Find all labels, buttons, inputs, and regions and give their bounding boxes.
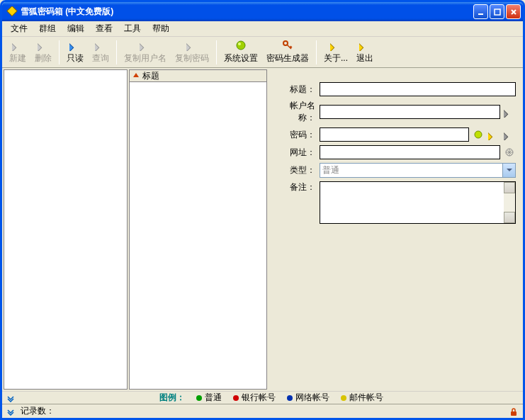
note-textarea[interactable]	[320, 181, 516, 224]
menu-edit[interactable]: 编辑	[62, 21, 90, 36]
sphere-icon	[235, 40, 247, 51]
open-url-button[interactable]	[503, 146, 516, 159]
url-label: 网址：	[274, 147, 320, 159]
menu-help[interactable]: 帮助	[147, 21, 175, 36]
diamond-icon	[186, 40, 198, 51]
menu-tools[interactable]: 工具	[118, 21, 147, 36]
menu-view[interactable]: 查看	[90, 21, 118, 36]
scroll-down-button[interactable]	[504, 212, 515, 223]
password-input[interactable]	[320, 127, 469, 142]
copy-user-button[interactable]: 复制用户名	[120, 38, 171, 66]
svg-rect-6	[95, 44, 99, 51]
svg-rect-16	[488, 133, 492, 140]
app-icon	[6, 6, 18, 18]
diamond-icon	[504, 106, 515, 118]
lock-icon	[509, 407, 519, 416]
copy-password-button[interactable]: 复制密码	[171, 38, 213, 66]
svg-rect-4	[38, 44, 42, 51]
diamond-icon	[504, 129, 515, 140]
svg-rect-0	[7, 6, 17, 16]
sort-icon	[132, 72, 140, 79]
separator	[216, 40, 217, 64]
generate-password-button[interactable]	[487, 128, 500, 141]
menubar: 文件 群组 编辑 查看 工具 帮助	[2, 21, 523, 37]
group-tree[interactable]	[4, 69, 128, 390]
svg-rect-17	[504, 133, 508, 140]
close-button[interactable]	[506, 4, 521, 19]
legend-item-network: 网络帐号	[287, 392, 329, 404]
compass-icon	[504, 147, 515, 158]
svg-point-10	[238, 42, 241, 45]
dot-icon	[341, 395, 346, 401]
column-title: 标题	[142, 70, 159, 82]
diamond-icon	[12, 40, 23, 51]
separator	[316, 40, 317, 64]
type-label: 类型：	[274, 164, 320, 176]
chevron-down-icon[interactable]	[6, 407, 15, 416]
about-button[interactable]: 关于...	[320, 38, 352, 66]
type-select[interactable]	[320, 163, 516, 178]
svg-rect-1	[478, 13, 483, 15]
window-title: 雪狐密码箱 (中文免费版)	[21, 6, 473, 18]
note-label: 备注：	[274, 181, 320, 193]
dot-icon	[196, 395, 202, 401]
svg-rect-5	[69, 44, 74, 51]
list-header[interactable]: 标题	[129, 69, 267, 82]
legend-bar: 图例： 普通 银行帐号 网络帐号 邮件帐号	[2, 391, 523, 404]
copy-account-button[interactable]	[503, 106, 516, 118]
diamond-icon	[140, 40, 151, 51]
scrollbar[interactable]	[504, 182, 515, 223]
separator	[59, 40, 60, 64]
scroll-up-button[interactable]	[504, 182, 515, 193]
title-label: 标题：	[274, 84, 320, 96]
diamond-icon	[38, 40, 49, 51]
svg-rect-2	[495, 9, 500, 15]
statusbar: 记录数：	[2, 404, 523, 418]
legend-item-bank: 银行帐号	[233, 392, 276, 404]
titlebar[interactable]: 雪狐密码箱 (中文免费版)	[2, 2, 523, 21]
svg-rect-14	[504, 110, 508, 118]
legend-item-mail: 邮件帐号	[341, 392, 383, 404]
url-input[interactable]	[320, 145, 500, 159]
diamond-icon	[330, 40, 341, 51]
separator	[116, 40, 117, 64]
svg-point-9	[237, 41, 245, 50]
account-input[interactable]	[320, 105, 500, 119]
exit-button[interactable]: 退出	[352, 38, 378, 66]
password-label: 密码：	[274, 129, 320, 141]
readonly-button[interactable]: 只读	[62, 38, 88, 66]
chevron-down-icon[interactable]	[6, 394, 15, 402]
svg-rect-19	[511, 412, 516, 416]
query-button[interactable]: 查询	[88, 38, 113, 66]
dot-icon	[233, 395, 239, 401]
account-label: 帐户名称：	[274, 100, 320, 124]
new-button[interactable]: 新建	[5, 38, 30, 66]
menu-file[interactable]: 文件	[5, 21, 33, 36]
diamond-icon	[95, 40, 106, 51]
svg-rect-13	[359, 44, 363, 51]
settings-button[interactable]: 系统设置	[220, 38, 262, 66]
key-icon	[282, 40, 293, 51]
diamond-icon	[359, 40, 371, 51]
record-count-label: 记录数：	[21, 405, 55, 417]
minimize-button[interactable]	[473, 4, 488, 19]
diamond-icon	[488, 129, 499, 140]
svg-point-15	[475, 131, 482, 138]
menu-group[interactable]: 群组	[33, 21, 62, 36]
legend-label: 图例：	[159, 392, 185, 404]
diamond-icon	[69, 40, 81, 51]
copy-password-button[interactable]	[503, 128, 516, 141]
sphere-icon	[473, 129, 484, 140]
svg-rect-3	[12, 44, 16, 51]
svg-rect-12	[330, 44, 334, 51]
legend-item-normal: 普通	[196, 392, 222, 404]
dot-icon	[287, 395, 293, 401]
maximize-button[interactable]	[490, 4, 504, 19]
password-generator-button[interactable]: 密码生成器	[262, 38, 313, 66]
title-input[interactable]	[320, 82, 516, 96]
detail-form: 标题： 帐户名称： 密码： 网址： 类型：	[269, 69, 521, 390]
svg-rect-7	[140, 44, 144, 51]
show-password-button[interactable]	[472, 128, 485, 141]
delete-button[interactable]: 删除	[30, 38, 56, 66]
record-list[interactable]	[129, 82, 267, 390]
